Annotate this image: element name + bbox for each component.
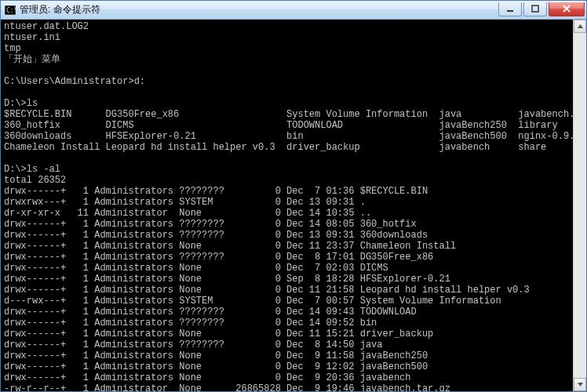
scroll-track[interactable] — [574, 33, 586, 378]
close-button[interactable] — [549, 2, 585, 16]
maximize-button[interactable] — [523, 2, 547, 16]
svg-text:C:\: C:\ — [6, 7, 16, 14]
window-title: 管理员: 命令提示符 — [20, 3, 100, 16]
svg-rect-2 — [507, 10, 513, 12]
window-controls — [497, 2, 585, 18]
vertical-scrollbar[interactable] — [573, 20, 586, 391]
app-icon: C:\ — [4, 4, 16, 16]
minimize-button[interactable] — [498, 2, 522, 16]
terminal-output[interactable]: ntuser.dat.LOG2 ntuser.ini tmp 「开始」菜单 C:… — [1, 20, 586, 391]
scroll-up-button[interactable] — [574, 20, 586, 33]
command-prompt-window: C:\ 管理员: 命令提示符 ntuser.dat.LOG2 ntuser.in… — [0, 0, 587, 392]
svg-rect-3 — [532, 5, 538, 12]
titlebar[interactable]: C:\ 管理员: 命令提示符 — [1, 1, 586, 20]
scroll-down-button[interactable] — [574, 378, 586, 391]
